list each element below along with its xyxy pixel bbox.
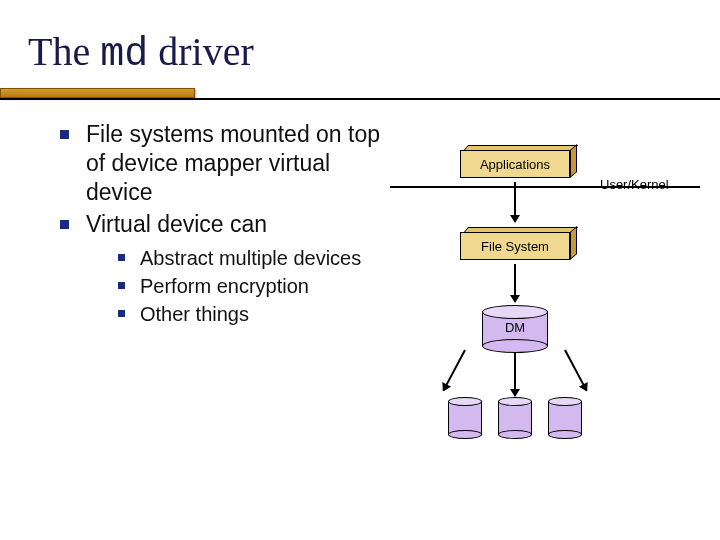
bullet-sub: Abstract multiple devices	[118, 245, 400, 271]
disk-cylinder	[498, 402, 532, 434]
arrow-icon	[564, 350, 587, 392]
title-post: driver	[148, 29, 254, 74]
title-code: md	[100, 32, 148, 77]
bullet-main-text: Virtual device can	[86, 211, 267, 237]
arrow-icon	[443, 350, 466, 392]
title-pre: The	[28, 29, 100, 74]
disk-cylinder	[548, 402, 582, 434]
arrow-icon	[514, 352, 516, 396]
arrow-icon	[514, 182, 516, 222]
disk-cylinder	[448, 402, 482, 434]
applications-label: Applications	[460, 150, 570, 178]
title-underline	[0, 98, 720, 100]
arrow-icon	[514, 264, 516, 302]
bullet-main: Virtual device can Abstract multiple dev…	[60, 210, 400, 327]
filesystem-label: File System	[460, 232, 570, 260]
slide-title: The md driver	[28, 28, 254, 77]
dm-cylinder: DM	[482, 312, 548, 346]
bullet-main: File systems mounted on top of device ma…	[60, 120, 400, 206]
filesystem-box: File System	[460, 232, 570, 260]
dm-label: DM	[482, 320, 548, 335]
accent-bar	[0, 88, 195, 98]
bullet-sub: Other things	[118, 301, 400, 327]
applications-box: Applications	[460, 150, 570, 178]
architecture-diagram: Applications File System DM	[420, 140, 620, 460]
bullet-sub: Perform encryption	[118, 273, 400, 299]
bullet-list: File systems mounted on top of device ma…	[60, 120, 400, 331]
